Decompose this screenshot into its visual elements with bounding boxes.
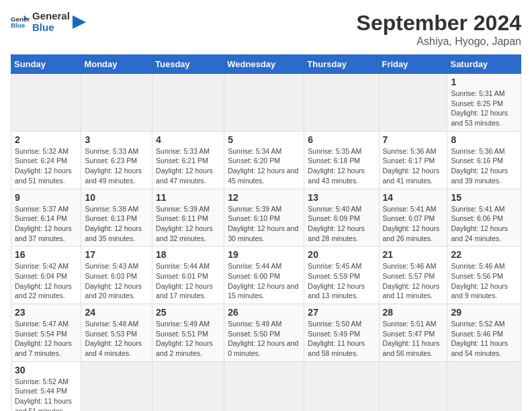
sunset-text: Sunset: 6:21 PM (156, 156, 208, 165)
day-number: 11 (156, 192, 220, 203)
day-number: 30 (15, 365, 77, 375)
sunrise-text: Sunrise: 5:32 AM (15, 147, 69, 155)
calendar-cell: 13 Sunrise: 5:40 AM Sunset: 6:09 PM Dayl… (304, 189, 379, 246)
sunset-text: Sunset: 6:17 PM (383, 156, 435, 165)
sunset-text: Sunset: 6:04 PM (15, 272, 67, 280)
day-info: Sunrise: 5:35 AM Sunset: 6:18 PM Dayligh… (308, 146, 375, 186)
day-info: Sunrise: 5:42 AM Sunset: 6:04 PM Dayligh… (15, 261, 77, 301)
sunrise-text: Sunrise: 5:43 AM (85, 262, 138, 270)
sunset-text: Sunset: 5:49 PM (308, 330, 360, 338)
calendar-cell: 24 Sunrise: 5:48 AM Sunset: 5:53 PM Dayl… (81, 304, 152, 362)
day-number: 20 (308, 249, 375, 260)
day-number: 2 (15, 134, 77, 145)
daylight-text: Daylight: 12 hours and 43 minutes. (308, 167, 365, 185)
day-number: 13 (308, 192, 375, 203)
calendar-header-row: Sunday Monday Tuesday Wednesday Thursday… (11, 55, 521, 74)
sunrise-text: Sunrise: 5:33 AM (85, 147, 138, 155)
calendar-cell: 12 Sunrise: 5:39 AM Sunset: 6:10 PM Dayl… (224, 189, 304, 246)
sunset-text: Sunset: 6:07 PM (383, 214, 435, 222)
calendar-cell: 21 Sunrise: 5:46 AM Sunset: 5:57 PM Dayl… (379, 246, 447, 304)
daylight-text: Daylight: 12 hours and 15 minutes. (228, 282, 298, 300)
calendar-table: Sunday Monday Tuesday Wednesday Thursday… (11, 54, 521, 411)
calendar-cell: 27 Sunrise: 5:50 AM Sunset: 5:49 PM Dayl… (304, 304, 379, 362)
sunset-text: Sunset: 5:56 PM (451, 272, 503, 280)
calendar-cell (447, 361, 521, 411)
header-saturday: Saturday (447, 55, 521, 74)
calendar-cell (304, 361, 379, 411)
day-info: Sunrise: 5:50 AM Sunset: 5:49 PM Dayligh… (308, 319, 375, 359)
calendar-cell: 8 Sunrise: 5:36 AM Sunset: 6:16 PM Dayli… (447, 131, 521, 189)
daylight-text: Daylight: 12 hours and 24 minutes. (451, 224, 508, 242)
day-number: 10 (85, 192, 148, 203)
sunset-text: Sunset: 6:06 PM (451, 214, 503, 222)
calendar-cell: 6 Sunrise: 5:35 AM Sunset: 6:18 PM Dayli… (304, 131, 379, 189)
calendar-cell: 30 Sunrise: 5:52 AM Sunset: 5:44 PM Dayl… (11, 361, 81, 411)
day-number: 19 (228, 249, 300, 260)
daylight-text: Daylight: 12 hours and 9 minutes. (451, 282, 508, 300)
day-info: Sunrise: 5:39 AM Sunset: 6:11 PM Dayligh… (156, 204, 220, 244)
calendar-cell: 3 Sunrise: 5:33 AM Sunset: 6:23 PM Dayli… (81, 131, 152, 189)
calendar-cell (152, 361, 224, 411)
daylight-text: Daylight: 12 hours and 51 minutes. (15, 167, 72, 185)
daylight-text: Daylight: 12 hours and 28 minutes. (308, 224, 365, 242)
daylight-text: Daylight: 12 hours and 41 minutes. (383, 167, 440, 185)
sunset-text: Sunset: 6:23 PM (85, 156, 137, 165)
day-number: 18 (156, 249, 220, 260)
calendar-week-row: 1 Sunrise: 5:31 AM Sunset: 6:25 PM Dayli… (11, 74, 521, 132)
sunrise-text: Sunrise: 5:47 AM (15, 320, 69, 328)
svg-marker-3 (73, 15, 86, 29)
sunrise-text: Sunrise: 5:41 AM (383, 205, 437, 213)
daylight-text: Daylight: 12 hours and 2 minutes. (156, 339, 213, 357)
day-info: Sunrise: 5:47 AM Sunset: 5:54 PM Dayligh… (15, 319, 77, 359)
daylight-text: Daylight: 11 hours and 56 minutes. (383, 339, 440, 357)
day-info: Sunrise: 5:40 AM Sunset: 6:09 PM Dayligh… (308, 204, 375, 244)
sunset-text: Sunset: 6:10 PM (228, 214, 280, 222)
calendar-cell (224, 361, 304, 411)
daylight-text: Daylight: 12 hours and 47 minutes. (156, 167, 213, 185)
sunrise-text: Sunrise: 5:46 AM (383, 262, 437, 270)
sunset-text: Sunset: 5:54 PM (15, 330, 67, 338)
day-info: Sunrise: 5:43 AM Sunset: 6:03 PM Dayligh… (85, 261, 148, 301)
sunrise-text: Sunrise: 5:42 AM (15, 262, 69, 270)
day-number: 24 (85, 307, 148, 318)
logo: General Blue General Blue (11, 11, 86, 33)
sunset-text: Sunset: 6:03 PM (85, 272, 137, 280)
calendar-cell: 25 Sunrise: 5:49 AM Sunset: 5:51 PM Dayl… (152, 304, 224, 362)
daylight-text: Daylight: 12 hours and 32 minutes. (156, 224, 213, 242)
calendar-cell (152, 74, 224, 132)
day-number: 26 (228, 307, 300, 318)
daylight-text: Daylight: 12 hours and 17 minutes. (156, 282, 213, 300)
sunset-text: Sunset: 5:50 PM (228, 330, 280, 338)
calendar-cell (379, 74, 447, 132)
sunset-text: Sunset: 6:09 PM (308, 214, 360, 222)
sunrise-text: Sunrise: 5:49 AM (156, 320, 210, 328)
calendar-cell: 14 Sunrise: 5:41 AM Sunset: 6:07 PM Dayl… (379, 189, 447, 246)
sunrise-text: Sunrise: 5:52 AM (15, 377, 69, 385)
calendar-cell: 7 Sunrise: 5:36 AM Sunset: 6:17 PM Dayli… (379, 131, 447, 189)
calendar-cell: 15 Sunrise: 5:41 AM Sunset: 6:06 PM Dayl… (447, 189, 521, 246)
page-header: General Blue General Blue September 2024… (11, 11, 521, 48)
sunset-text: Sunset: 6:24 PM (15, 156, 67, 165)
page-subtitle: Ashiya, Hyogo, Japan (357, 36, 521, 48)
sunrise-text: Sunrise: 5:34 AM (228, 147, 281, 155)
calendar-cell: 28 Sunrise: 5:51 AM Sunset: 5:47 PM Dayl… (379, 304, 447, 362)
daylight-text: Daylight: 12 hours and 35 minutes. (85, 224, 142, 242)
svg-text:Blue: Blue (11, 21, 26, 29)
sunset-text: Sunset: 6:00 PM (228, 272, 280, 280)
calendar-cell: 11 Sunrise: 5:39 AM Sunset: 6:11 PM Dayl… (152, 189, 224, 246)
sunset-text: Sunset: 5:46 PM (451, 330, 503, 338)
sunrise-text: Sunrise: 5:35 AM (308, 147, 361, 155)
day-info: Sunrise: 5:52 AM Sunset: 5:46 PM Dayligh… (451, 319, 517, 359)
sunrise-text: Sunrise: 5:38 AM (85, 205, 138, 213)
calendar-cell: 20 Sunrise: 5:45 AM Sunset: 5:59 PM Dayl… (304, 246, 379, 304)
sunrise-text: Sunrise: 5:49 AM (228, 320, 281, 328)
sunset-text: Sunset: 6:25 PM (451, 99, 503, 107)
calendar-cell: 9 Sunrise: 5:37 AM Sunset: 6:14 PM Dayli… (11, 189, 81, 246)
daylight-text: Daylight: 12 hours and 11 minutes. (383, 282, 440, 300)
day-number: 7 (383, 134, 444, 145)
daylight-text: Daylight: 11 hours and 54 minutes. (451, 339, 508, 357)
calendar-week-row: 23 Sunrise: 5:47 AM Sunset: 5:54 PM Dayl… (11, 304, 521, 362)
sunrise-text: Sunrise: 5:46 AM (451, 262, 504, 270)
day-number: 14 (383, 192, 444, 203)
day-info: Sunrise: 5:31 AM Sunset: 6:25 PM Dayligh… (451, 89, 517, 128)
